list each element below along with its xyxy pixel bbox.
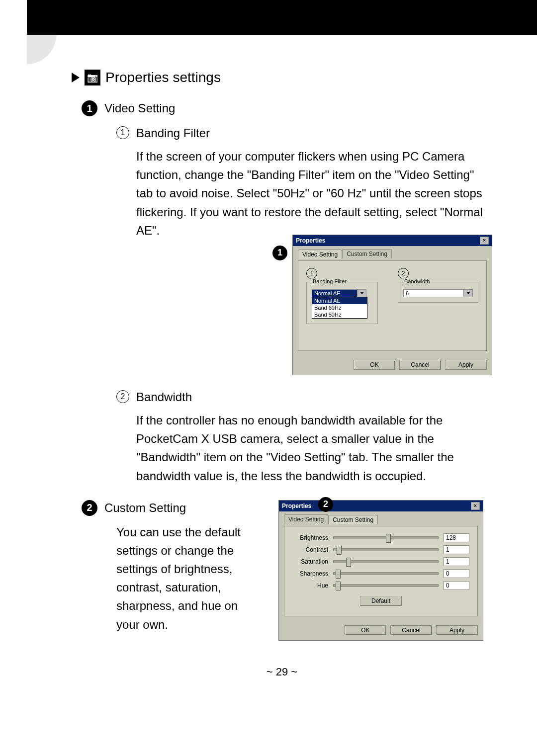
item-title: Video Setting [104, 100, 175, 116]
default-button[interactable]: Default [360, 596, 402, 606]
properties-dialog-custom: Properties × Video Setting Custom Settin… [278, 500, 483, 641]
combo-selected: 6 [403, 289, 463, 297]
custom-setting-section: 2 Custom Setting You can use the default… [52, 500, 512, 641]
slider-row-contrast: Contrast 1 [292, 545, 469, 554]
fieldset-legend: Banding Filter [311, 278, 349, 284]
cancel-button[interactable]: Cancel [390, 625, 432, 635]
apply-button[interactable]: Apply [445, 360, 487, 370]
combo-option[interactable]: Normal AE [312, 297, 367, 304]
dialog-callout-number: 1 [272, 246, 287, 260]
page-number: ~ 29 ~ [52, 666, 512, 678]
item-body: You can use the default settings or chan… [116, 523, 264, 634]
item-custom-setting: 2 Custom Setting [82, 500, 264, 516]
subitem-body: If the screen of your computer flickers … [136, 147, 492, 240]
close-icon[interactable]: × [480, 237, 489, 245]
slider-label: Saturation [292, 558, 328, 565]
subitem-body: If the controller has no enough bandwidt… [136, 411, 492, 485]
tab-video-setting[interactable]: Video Setting [298, 250, 342, 259]
camera-icon [85, 70, 100, 85]
combo-option[interactable]: Band 60Hz [312, 304, 367, 311]
item-title: Custom Setting [104, 500, 186, 516]
dialog-titlebar: Properties × [293, 235, 492, 246]
slider-row-hue: Hue 0 [292, 581, 469, 590]
slider-thumb[interactable] [337, 546, 342, 555]
top-bar [27, 0, 537, 35]
slider-thumb[interactable] [336, 582, 341, 590]
slider-label: Hue [292, 582, 328, 589]
dialog-video-wrap: 1 Properties × Video Setting Custom Sett… [52, 235, 492, 375]
dialog-button-row: OK Cancel Apply [293, 356, 492, 375]
subitem-number: 2 [116, 390, 129, 403]
banding-filter-combobox[interactable]: Normal AE [312, 289, 366, 297]
cancel-button[interactable]: Cancel [399, 360, 441, 370]
slider-thumb[interactable] [386, 534, 391, 543]
subitem-banding-filter: 1 Banding Filter [116, 126, 512, 140]
arrow-icon [72, 73, 80, 83]
group-bandwidth: 2 Bandwidth 6 [398, 268, 478, 342]
item-number: 1 [82, 100, 97, 116]
tab-bar: Video Setting Custom Setting [284, 514, 478, 524]
slider-value: 1 [444, 557, 469, 566]
slider-value: 0 [444, 569, 469, 578]
group-marker: 1 [306, 268, 317, 279]
dialog-callout-number: 2 [318, 497, 333, 512]
fieldset-legend: Bandwidth [402, 278, 432, 284]
slider-value: 0 [444, 581, 469, 590]
slider-brightness[interactable] [333, 536, 439, 539]
apply-button[interactable]: Apply [436, 625, 478, 635]
subitem-bandwidth: 2 Bandwidth [116, 390, 512, 404]
dialog-panel: Brightness 128 Contrast 1 Saturation [284, 526, 478, 616]
slider-sharpness[interactable] [333, 572, 439, 575]
item-number: 2 [82, 500, 97, 516]
subitem-title: Bandwidth [136, 390, 192, 404]
dialog-titlebar: Properties × [279, 501, 483, 511]
slider-label: Brightness [292, 534, 328, 541]
dialog-title-text: Properties [296, 237, 325, 244]
slider-value: 1 [444, 545, 469, 554]
section-header: Properties settings [72, 70, 512, 85]
combo-selected: Normal AE [312, 289, 357, 297]
slider-list: Brightness 128 Contrast 1 Saturation [292, 533, 469, 590]
tab-custom-setting[interactable]: Custom Setting [342, 249, 392, 258]
chevron-down-icon[interactable] [463, 289, 473, 297]
tab-video-setting[interactable]: Video Setting [284, 514, 328, 524]
slider-value: 128 [444, 533, 469, 542]
combo-dropdown-list[interactable]: Normal AE Band 60Hz Band 50Hz [312, 297, 367, 319]
slider-label: Contrast [292, 546, 328, 553]
section-title: Properties settings [105, 70, 221, 85]
group-marker: 2 [398, 268, 409, 279]
page-body: Properties settings 1 Video Setting 1 Ba… [27, 35, 537, 698]
subitem-number: 1 [116, 126, 129, 139]
slider-label: Sharpness [292, 570, 328, 577]
ok-button[interactable]: OK [354, 360, 395, 370]
slider-row-brightness: Brightness 128 [292, 533, 469, 542]
bandwidth-combobox[interactable]: 6 [403, 289, 473, 297]
slider-hue[interactable] [333, 584, 439, 587]
slider-saturation[interactable] [333, 560, 439, 563]
group-banding-filter: 1 Banding Filter Normal AE Normal AE Ban… [306, 268, 378, 342]
subitem-title: Banding Filter [136, 126, 210, 140]
dialog-title-text: Properties [282, 503, 311, 509]
close-icon[interactable]: × [471, 502, 480, 510]
slider-row-saturation: Saturation 1 [292, 557, 469, 566]
properties-dialog-video: Properties × Video Setting Custom Settin… [292, 235, 492, 375]
slider-contrast[interactable] [333, 548, 439, 551]
ok-button[interactable]: OK [345, 625, 386, 635]
combo-option[interactable]: Band 50Hz [312, 311, 367, 318]
tab-custom-setting[interactable]: Custom Setting [328, 515, 378, 524]
slider-row-sharpness: Sharpness 0 [292, 569, 469, 578]
dialog-button-row: OK Cancel Apply [279, 621, 483, 640]
slider-thumb[interactable] [336, 570, 341, 579]
chevron-down-icon[interactable] [357, 289, 366, 297]
dialog-panel: 1 Banding Filter Normal AE Normal AE Ban… [298, 260, 487, 351]
tab-bar: Video Setting Custom Setting [298, 249, 487, 258]
slider-thumb[interactable] [346, 558, 351, 567]
item-video-setting: 1 Video Setting [82, 100, 512, 116]
